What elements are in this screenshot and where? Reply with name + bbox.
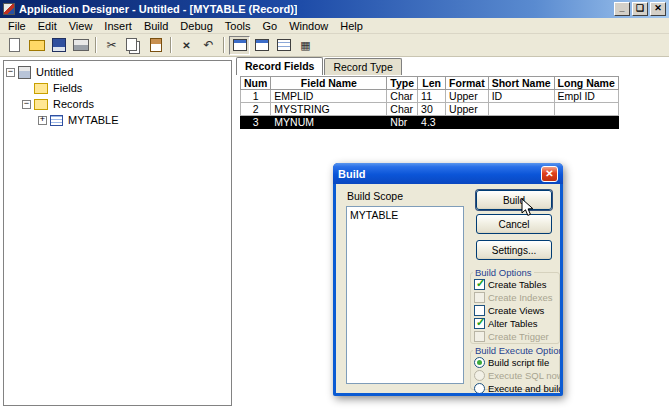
project-workspace-icon[interactable] <box>229 36 250 55</box>
checkbox-checked-icon <box>474 279 485 290</box>
tab-record-fields[interactable]: Record Fields <box>236 57 323 75</box>
col-num[interactable]: Num <box>241 77 271 90</box>
toolbar <box>0 34 669 57</box>
copy-icon[interactable] <box>123 36 144 55</box>
record-fields-grid: Num Field Name Type Len Format Short Nam… <box>240 76 619 129</box>
radio-disabled-icon <box>474 370 485 381</box>
collapse-icon[interactable] <box>22 100 31 109</box>
checkbox-create-views[interactable]: Create Views <box>474 304 556 317</box>
tree-item-untitled[interactable]: Untitled <box>6 64 229 80</box>
delete-icon[interactable] <box>176 36 197 55</box>
col-type[interactable]: Type <box>387 77 418 90</box>
checkbox-checked-icon <box>474 318 485 329</box>
checkbox-disabled-icon <box>474 292 485 303</box>
record-icon <box>50 115 63 126</box>
build-execute-options-label: Build Execute Options <box>473 345 560 356</box>
maximize-button[interactable]: ❏ <box>632 2 648 16</box>
tree-item-mytable[interactable]: MYTABLE <box>6 112 229 128</box>
collapse-icon[interactable] <box>6 68 15 77</box>
grid-row-mystring[interactable]: 2 MYSTRING Char 30 Upper <box>241 103 619 116</box>
menu-help[interactable]: Help <box>334 19 369 33</box>
new-icon[interactable] <box>4 36 25 55</box>
toolbar-separator <box>223 37 225 53</box>
radio-execute-sql-now: Execute SQL now <box>474 369 556 382</box>
col-len[interactable]: Len <box>418 77 446 90</box>
minimize-button[interactable]: _ <box>614 2 630 16</box>
col-format[interactable]: Format <box>446 77 489 90</box>
window-titlebar: Application Designer - Untitled - [MYTAB… <box>0 0 669 18</box>
radio-execute-and-build-script[interactable]: Execute and build script <box>474 382 556 393</box>
grid-row-mynum-selected[interactable]: 3 MYNUM Nbr 4.3 <box>241 116 619 129</box>
menu-go[interactable]: Go <box>256 19 283 33</box>
folder-icon <box>34 83 48 94</box>
menu-file[interactable]: File <box>2 19 32 33</box>
menu-edit[interactable]: Edit <box>32 19 63 33</box>
record-tabs: Record Fields Record Type <box>236 58 403 75</box>
dialog-close-icon[interactable]: ✕ <box>541 166 558 182</box>
toolbar-separator <box>170 37 172 53</box>
checkbox-disabled-icon <box>474 331 485 342</box>
tree-item-fields[interactable]: Fields <box>6 80 229 96</box>
checkbox-create-tables[interactable]: Create Tables <box>474 278 556 291</box>
build-scope-label: Build Scope <box>347 190 403 202</box>
build-dialog-body: Build Scope MYTABLE Build Cancel Setting… <box>336 184 560 393</box>
build-scope-list[interactable]: MYTABLE <box>346 206 464 384</box>
build-button[interactable]: Build <box>476 190 552 210</box>
folder-icon <box>34 99 48 110</box>
print-icon[interactable] <box>70 36 91 55</box>
cut-icon[interactable] <box>101 36 122 55</box>
zoom-icon[interactable] <box>295 36 316 55</box>
project-tree: Untitled Fields Records MYTABLE <box>3 60 232 406</box>
checkbox-alter-tables[interactable]: Alter Tables <box>474 317 556 330</box>
expand-icon[interactable] <box>38 116 47 125</box>
scope-list-item[interactable]: MYTABLE <box>348 208 462 222</box>
radio-build-script-file[interactable]: Build script file <box>474 356 556 369</box>
checkbox-create-indexes: Create Indexes <box>474 291 556 304</box>
checkbox-create-trigger: Create Trigger <box>474 330 556 343</box>
build-dialog: Build ✕ Build Scope MYTABLE Build Cancel… <box>333 163 563 396</box>
grid-view-icon[interactable] <box>273 36 294 55</box>
toolbar-separator <box>95 37 97 53</box>
output-window-icon[interactable] <box>251 36 272 55</box>
build-dialog-title: Build <box>338 168 366 180</box>
col-long-name[interactable]: Long Name <box>554 77 618 90</box>
cancel-button[interactable]: Cancel <box>476 214 552 234</box>
col-field-name[interactable]: Field Name <box>271 77 387 90</box>
menu-tools[interactable]: Tools <box>219 19 257 33</box>
menu-window[interactable]: Window <box>283 19 334 33</box>
menu-build[interactable]: Build <box>138 19 174 33</box>
close-button[interactable]: ✕ <box>650 2 666 16</box>
menu-debug[interactable]: Debug <box>174 19 218 33</box>
build-dialog-titlebar: Build ✕ <box>333 163 563 184</box>
radio-selected-icon <box>474 357 485 368</box>
menu-view[interactable]: View <box>63 19 99 33</box>
checkbox-unchecked-icon <box>474 305 485 316</box>
build-options-group: Build Options Create Tables Create Index… <box>470 272 560 344</box>
open-icon[interactable] <box>26 36 47 55</box>
tree-item-records[interactable]: Records <box>6 96 229 112</box>
menu-bar: File Edit View Insert Build Debug Tools … <box>0 18 669 34</box>
paste-icon[interactable] <box>145 36 166 55</box>
build-execute-options-group: Build Execute Options Build script file … <box>470 350 560 390</box>
project-icon <box>18 66 31 79</box>
menu-insert[interactable]: Insert <box>98 19 138 33</box>
undo-icon[interactable] <box>198 36 219 55</box>
tab-record-type[interactable]: Record Type <box>324 58 401 75</box>
app-icon <box>3 3 15 15</box>
save-icon[interactable] <box>48 36 69 55</box>
window-title: Application Designer - Untitled - [MYTAB… <box>19 3 297 15</box>
grid-row-emplid[interactable]: 1 EMPLID Char 11 Upper ID Empl ID <box>241 90 619 103</box>
grid-header-row: Num Field Name Type Len Format Short Nam… <box>241 77 619 90</box>
settings-button[interactable]: Settings... <box>476 240 552 260</box>
col-short-name[interactable]: Short Name <box>488 77 554 90</box>
radio-unselected-icon <box>474 383 485 393</box>
